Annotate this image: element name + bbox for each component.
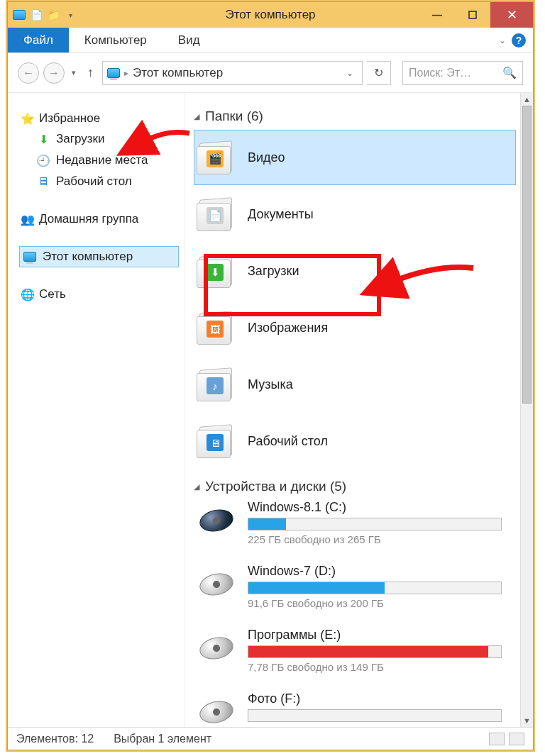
address-dropdown-icon[interactable]: ⌄: [346, 68, 358, 78]
this-pc-icon: [107, 68, 120, 78]
address-bar[interactable]: ▸ Этот компьютер ⌄: [102, 61, 363, 85]
quick-access-toolbar: 📄 📁 ▾: [8, 8, 77, 22]
history-dropdown-icon[interactable]: ▾: [69, 68, 79, 77]
sidebar-item-label: Сеть: [39, 287, 66, 301]
drive-usage-bar: [248, 709, 502, 722]
body: ⭐ Избранное ⬇ Загрузки 🕘 Недавние места …: [8, 93, 533, 727]
favorites-icon: ⭐: [21, 111, 35, 126]
tab-view[interactable]: Вид: [163, 28, 216, 52]
drive-usage-bar: [248, 518, 502, 530]
sidebar-favorites-header[interactable]: ⭐ Избранное: [19, 109, 179, 128]
up-button[interactable]: ↑: [83, 65, 98, 80]
sidebar-item-desktop[interactable]: 🖥 Рабочий стол: [19, 171, 179, 192]
this-pc-icon: [12, 8, 26, 22]
view-icons-button[interactable]: [509, 733, 524, 745]
drive-icon: [197, 504, 236, 538]
navigation-bar: ← → ▾ ↑ ▸ Этот компьютер ⌄ ↻ Поиск: Эт… …: [8, 53, 533, 93]
content-pane: ◢Папки (6) 🎬 Видео 📄 Документы ⬇ Загрузк…: [185, 93, 533, 727]
help-icon[interactable]: ?: [512, 33, 526, 48]
drive-item[interactable]: Фото (F:): [194, 691, 516, 727]
sidebar-item-label: Недавние места: [56, 153, 148, 167]
drive-name: Фото (F:): [248, 691, 502, 706]
refresh-button[interactable]: ↻: [367, 61, 391, 85]
drive-item[interactable]: Windows-7 (D:) 91,6 ГБ свободно из 200 Г…: [194, 564, 516, 628]
drive-icon: [197, 632, 236, 666]
window-controls: — ✕: [419, 2, 533, 28]
drive-free-text: 91,6 ГБ свободно из 200 ГБ: [248, 597, 502, 609]
folder-label: Видео: [248, 150, 285, 165]
properties-icon[interactable]: 📄: [29, 8, 43, 22]
collapse-icon[interactable]: ◢: [194, 482, 199, 491]
drive-usage-bar: [248, 582, 502, 594]
scroll-up-icon[interactable]: ▲: [521, 93, 533, 106]
sidebar-item-label: Загрузки: [56, 132, 104, 146]
sidebar-item-downloads[interactable]: ⬇ Загрузки: [19, 128, 179, 150]
ribbon-expand-icon[interactable]: ⌄: [499, 35, 506, 45]
sidebar-item-recent[interactable]: 🕘 Недавние места: [19, 150, 179, 171]
qat-dropdown-icon[interactable]: ▾: [63, 8, 77, 22]
section-drives-header[interactable]: ◢Устройства и диски (5): [194, 479, 516, 494]
search-input[interactable]: Поиск: Эт… 🔍: [402, 61, 523, 85]
vertical-scrollbar[interactable]: ▲ ▼: [520, 93, 533, 727]
breadcrumb-separator-icon: ▸: [124, 68, 128, 78]
homegroup-icon: 👥: [21, 212, 35, 226]
sidebar-network[interactable]: 🌐 Сеть: [19, 284, 179, 304]
maximize-button[interactable]: [455, 2, 490, 28]
download-icon: ⬇: [36, 132, 50, 146]
folder-icon: 🎬: [197, 138, 236, 177]
search-placeholder: Поиск: Эт…: [409, 67, 471, 79]
folder-label: Изображения: [248, 321, 328, 335]
new-folder-icon[interactable]: 📁: [46, 8, 60, 22]
minimize-button[interactable]: —: [419, 2, 455, 28]
ribbon-tabs: Файл Компьютер Вид ⌄ ?: [8, 28, 533, 53]
drive-name: Windows-7 (D:): [248, 564, 502, 579]
drive-item[interactable]: Windows-8.1 (C:) 225 ГБ свободно из 265 …: [194, 500, 516, 564]
annotation-highlight-box: [204, 254, 381, 316]
collapse-icon[interactable]: ◢: [194, 112, 199, 121]
forward-button[interactable]: →: [43, 62, 65, 84]
status-item-count: Элементов: 12: [16, 733, 94, 745]
folder-item[interactable]: 🖥 Рабочий стол: [194, 413, 516, 469]
explorer-window: 📄 📁 ▾ Этот компьютер — ✕ Файл Компьютер …: [7, 1, 534, 750]
folder-label: Рабочий стол: [248, 434, 328, 449]
sidebar-homegroup[interactable]: 👥 Домашняя группа: [19, 209, 179, 229]
sidebar-item-this-pc[interactable]: Этот компьютер: [19, 246, 179, 267]
sidebar-item-label: Рабочий стол: [56, 174, 132, 189]
drive-name: Windows-8.1 (C:): [248, 500, 502, 515]
folder-item[interactable]: 📄 Документы: [194, 187, 516, 242]
drive-free-text: 7,78 ГБ свободно из 149 ГБ: [248, 661, 502, 673]
close-button[interactable]: ✕: [490, 2, 533, 28]
sidebar-favorites-label: Избранное: [39, 111, 100, 126]
drive-icon: [197, 568, 236, 602]
breadcrumb-root[interactable]: Этот компьютер: [133, 66, 223, 80]
folder-icon: ♪: [197, 365, 236, 404]
view-details-button[interactable]: [489, 733, 505, 745]
section-folders-header[interactable]: ◢Папки (6): [194, 109, 516, 124]
sidebar-item-label: Домашняя группа: [39, 212, 138, 226]
drive-item[interactable]: Программы (E:) 7,78 ГБ свободно из 149 Г…: [194, 628, 516, 691]
svg-rect-0: [469, 11, 476, 18]
drive-free-text: 225 ГБ свободно из 265 ГБ: [248, 533, 502, 545]
folder-item[interactable]: 🎬 Видео: [194, 130, 516, 185]
search-icon: 🔍: [502, 66, 517, 79]
folder-item[interactable]: ♪ Музыка: [194, 357, 516, 412]
tab-computer[interactable]: Компьютер: [69, 28, 163, 52]
tab-file[interactable]: Файл: [8, 28, 69, 52]
drive-name: Программы (E:): [248, 628, 502, 643]
sidebar-item-label: Этот компьютер: [43, 250, 133, 264]
folder-label: Музыка: [248, 377, 293, 392]
titlebar: 📄 📁 ▾ Этот компьютер — ✕: [8, 2, 533, 28]
folder-icon: 🖥: [197, 421, 236, 461]
back-button[interactable]: ←: [18, 62, 39, 84]
status-bar: Элементов: 12 Выбран 1 элемент: [8, 727, 533, 750]
status-selection: Выбран 1 элемент: [114, 733, 211, 745]
scroll-thumb[interactable]: [522, 106, 532, 404]
desktop-icon: 🖥: [36, 174, 50, 189]
this-pc-icon: [23, 250, 37, 264]
scroll-down-icon[interactable]: ▼: [521, 714, 533, 727]
navigation-pane: ⭐ Избранное ⬇ Загрузки 🕘 Недавние места …: [8, 93, 185, 727]
clock-icon: 🕘: [36, 153, 50, 167]
network-icon: 🌐: [21, 287, 35, 301]
window-title: Этот компьютер: [225, 8, 315, 22]
drive-usage-bar: [248, 645, 502, 658]
